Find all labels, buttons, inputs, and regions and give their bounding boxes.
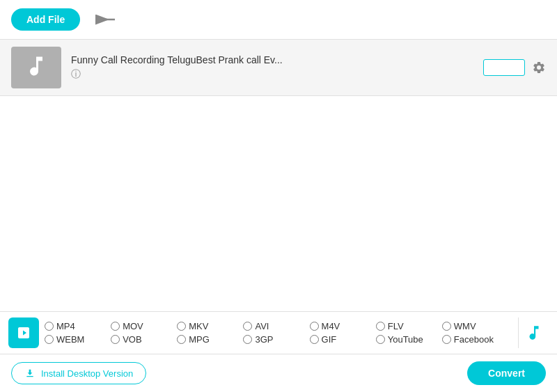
format-bar: MP4 MOV MKV AVI M4V FLV WMV WEBM VOB MPG — [0, 311, 557, 354]
arrow-icon — [91, 11, 116, 28]
video-format-icon[interactable] — [8, 317, 39, 348]
format-mov[interactable]: MOV — [111, 321, 177, 331]
install-label: Install Desktop Version — [41, 368, 133, 379]
gear-button[interactable] — [532, 61, 546, 75]
file-info: Funny Call Recording TeluguBest Prank ca… — [71, 54, 473, 81]
format-mkv[interactable]: MKV — [177, 321, 243, 331]
info-icon[interactable]: ⓘ — [71, 68, 473, 81]
file-item: Funny Call Recording TeluguBest Prank ca… — [0, 40, 557, 96]
music-note-icon — [24, 54, 49, 81]
progress-bar — [483, 59, 525, 76]
format-wmv[interactable]: WMV — [442, 321, 508, 331]
format-avi[interactable]: AVI — [243, 321, 309, 331]
format-mp4[interactable]: MP4 — [45, 321, 111, 331]
add-file-button[interactable]: Add File — [11, 8, 80, 31]
convert-button[interactable]: Convert — [467, 361, 546, 385]
format-facebook[interactable]: Facebook — [442, 334, 508, 345]
format-vob[interactable]: VOB — [111, 334, 177, 345]
file-list-area: Funny Call Recording TeluguBest Prank ca… — [0, 40, 557, 311]
format-youtube[interactable]: YouTube — [376, 334, 442, 345]
file-actions — [483, 59, 546, 76]
format-m4v[interactable]: M4V — [310, 321, 376, 331]
format-gif[interactable]: GIF — [310, 334, 376, 345]
format-mpg[interactable]: MPG — [177, 334, 243, 345]
format-3gp[interactable]: 3GP — [243, 334, 309, 345]
file-name: Funny Call Recording TeluguBest Prank ca… — [71, 54, 473, 65]
format-webm[interactable]: WEBM — [45, 334, 111, 345]
bottom-bar: Install Desktop Version Convert — [0, 354, 557, 392]
top-bar: Add File — [0, 0, 557, 40]
format-flv[interactable]: FLV — [376, 321, 442, 331]
file-thumbnail — [11, 47, 61, 88]
format-options: MP4 MOV MKV AVI M4V FLV WMV WEBM VOB MPG — [45, 321, 508, 345]
install-desktop-button[interactable]: Install Desktop Version — [11, 362, 146, 384]
audio-format-icon[interactable] — [518, 317, 549, 348]
